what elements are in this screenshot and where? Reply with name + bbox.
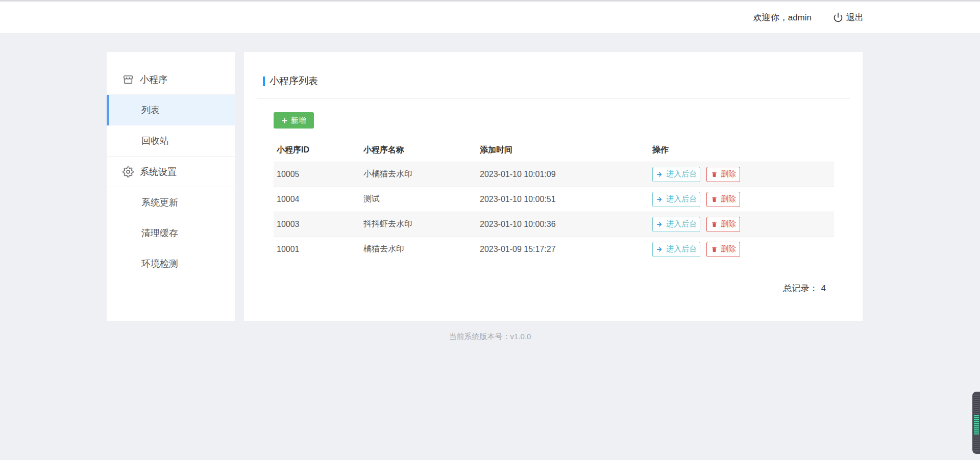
enter-admin-button[interactable]: 进入后台 (652, 167, 700, 182)
footer-version: 当前系统版本号：v1.0.0 (0, 332, 980, 342)
page-title: 小程序列表 (270, 74, 318, 88)
enter-admin-label: 进入后台 (666, 169, 697, 179)
cell-time: 2023-01-10 10:01:09 (477, 162, 649, 187)
main-card: 小程序列表 新增 小程序ID 小程序名称 添加时间 操作 10005 (244, 52, 863, 321)
sidebar-item-env-check[interactable]: 环境检测 (107, 248, 235, 279)
plus-icon (281, 117, 288, 124)
arrow-right-icon (656, 246, 663, 253)
delete-button[interactable]: 删除 (706, 217, 740, 232)
total-count: 4 (821, 284, 826, 293)
cell-actions: 进入后台 删除 (649, 212, 834, 237)
sidebar-item-label: 系统更新 (141, 196, 178, 209)
arrow-right-icon (656, 171, 663, 178)
add-button-label: 新增 (291, 116, 306, 125)
cell-id: 10001 (274, 237, 360, 262)
total-records: 总记录：4 (783, 283, 826, 294)
title-marker (263, 76, 265, 86)
cell-name: 测试 (360, 187, 477, 212)
cell-actions: 进入后台 删除 (649, 187, 834, 212)
welcome-text: 欢迎你，admin (753, 12, 812, 23)
sidebar-group-label: 小程序 (140, 73, 167, 86)
mini-program-icon (122, 74, 134, 85)
table-header-row: 小程序ID 小程序名称 添加时间 操作 (274, 143, 834, 162)
sidebar-group-settings-header[interactable]: 系统设置 (107, 157, 235, 187)
sidebar-item-list[interactable]: 列表 (107, 95, 235, 125)
trash-icon (711, 221, 718, 228)
miniprogram-table: 小程序ID 小程序名称 添加时间 操作 10005 小橘猫去水印 2023-01… (274, 143, 834, 262)
enter-admin-button[interactable]: 进入后台 (652, 192, 700, 207)
delete-label: 删除 (721, 219, 736, 229)
cell-name: 抖抖虾去水印 (360, 212, 477, 237)
app-header: 欢迎你，admin 退出 (0, 0, 980, 33)
logout-button[interactable]: 退出 (833, 12, 864, 23)
add-button[interactable]: 新增 (274, 112, 314, 129)
sidebar-item-clear-cache[interactable]: 清理缓存 (107, 218, 235, 248)
enter-admin-label: 进入后台 (666, 194, 697, 204)
delete-button[interactable]: 删除 (706, 167, 740, 182)
sidebar-group-label: 系统设置 (140, 166, 177, 178)
sidebar: 小程序 列表 回收站 系统设置 系统更新 清理缓存 环境检测 (107, 52, 235, 321)
enter-admin-button[interactable]: 进入后台 (652, 242, 700, 257)
card-body: 新增 小程序ID 小程序名称 添加时间 操作 10005 小橘猫去水印 2023… (257, 112, 850, 262)
cell-name: 小橘猫去水印 (360, 162, 477, 187)
enter-admin-button[interactable]: 进入后台 (652, 217, 700, 232)
delete-label: 删除 (721, 169, 736, 179)
power-icon (833, 12, 843, 22)
cell-id: 10003 (274, 212, 360, 237)
table-row: 10005 小橘猫去水印 2023-01-10 10:01:09 进入后台 (274, 162, 834, 187)
scrollbar-level-indicator (974, 415, 979, 435)
cell-id: 10004 (274, 187, 360, 212)
sidebar-group-settings: 系统设置 系统更新 清理缓存 环境检测 (107, 157, 235, 279)
total-label: 总记录： (783, 284, 818, 293)
arrow-right-icon (656, 221, 663, 228)
sidebar-item-label: 清理缓存 (141, 227, 178, 239)
table-row: 10004 测试 2023-01-10 10:00:51 进入后台 (274, 187, 834, 212)
cell-time: 2023-01-09 15:17:27 (477, 237, 649, 262)
sidebar-group-miniprogram: 小程序 列表 回收站 (107, 64, 235, 157)
cell-actions: 进入后台 删除 (649, 237, 834, 262)
delete-label: 删除 (721, 194, 736, 204)
column-header-time: 添加时间 (477, 143, 649, 162)
cell-time: 2023-01-10 10:00:51 (477, 187, 649, 212)
sidebar-item-label: 环境检测 (141, 258, 178, 270)
cell-id: 10005 (274, 162, 360, 187)
trash-icon (711, 196, 718, 203)
table-row: 10001 橘猫去水印 2023-01-09 15:17:27 进入后台 (274, 237, 834, 262)
sidebar-item-recycle[interactable]: 回收站 (107, 125, 235, 156)
trash-icon (711, 171, 718, 178)
column-header-id: 小程序ID (274, 143, 360, 162)
table-row: 10003 抖抖虾去水印 2023-01-10 10:00:36 进入后台 (274, 212, 834, 237)
cell-time: 2023-01-10 10:00:36 (477, 212, 649, 237)
sidebar-group-miniprogram-header[interactable]: 小程序 (107, 64, 235, 95)
delete-label: 删除 (721, 244, 736, 254)
cell-actions: 进入后台 删除 (649, 162, 834, 187)
sidebar-item-system-update[interactable]: 系统更新 (107, 187, 235, 218)
arrow-right-icon (656, 196, 663, 203)
column-header-action: 操作 (649, 143, 834, 162)
scrollbar-widget[interactable] (972, 392, 980, 454)
cell-name: 橘猫去水印 (360, 237, 477, 262)
enter-admin-label: 进入后台 (666, 219, 697, 229)
gear-icon (122, 166, 134, 177)
trash-icon (711, 246, 718, 253)
delete-button[interactable]: 删除 (706, 242, 740, 257)
sidebar-item-label: 回收站 (141, 135, 169, 147)
column-header-name: 小程序名称 (360, 143, 477, 162)
delete-button[interactable]: 删除 (706, 192, 740, 207)
sidebar-item-label: 列表 (141, 104, 160, 116)
enter-admin-label: 进入后台 (666, 244, 697, 254)
card-header: 小程序列表 (257, 52, 850, 99)
logout-label: 退出 (846, 12, 864, 23)
